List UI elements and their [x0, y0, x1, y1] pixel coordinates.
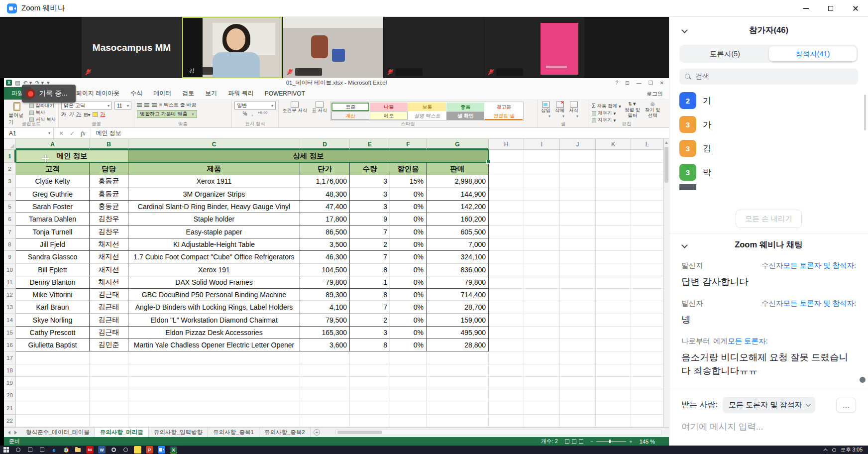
participant-row[interactable]: 3박 — [679, 160, 858, 184]
discount-cell[interactable]: 0% — [390, 251, 427, 263]
quantity-cell[interactable]: 3 — [350, 188, 390, 201]
taskbar-icon-excel[interactable]: X — [170, 446, 177, 454]
customer-cell[interactable]: Clytie Kelty — [16, 175, 90, 188]
cell-style-9[interactable]: 셀 확인 — [446, 112, 484, 120]
sales-cell[interactable]: 142,200 — [427, 201, 489, 213]
spreadsheet-cell[interactable] — [489, 238, 524, 251]
chat-audience-link[interactable]: 모든 토론자 및 참석자: — [783, 261, 856, 269]
font-color-button[interactable]: 가 — [100, 111, 105, 118]
spreadsheet-cell[interactable] — [560, 150, 596, 163]
more-options-button[interactable]: … — [836, 398, 856, 413]
spreadsheet-cell[interactable] — [128, 351, 300, 364]
spreadsheet-cell[interactable] — [631, 339, 663, 351]
spreadsheet-cell[interactable] — [524, 238, 560, 251]
video-tile-room[interactable] — [283, 17, 383, 78]
spreadsheet-cell[interactable] — [560, 389, 596, 402]
find-select-button[interactable]: ◎찾기 및 선택 — [644, 102, 661, 118]
quantity-cell[interactable]: 8 — [350, 263, 390, 276]
maximize-button[interactable] — [818, 0, 843, 17]
spreadsheet-cell[interactable] — [524, 150, 560, 163]
cell-style-10[interactable]: 연결된 셀 — [485, 112, 523, 120]
spreadsheet-cell[interactable] — [489, 213, 524, 226]
spreadsheet-cell[interactable] — [631, 377, 663, 389]
manager-cell[interactable]: 김근태 — [90, 301, 128, 314]
spreadsheet-cell[interactable] — [524, 289, 560, 301]
cell-style-1[interactable]: 표준 — [331, 103, 369, 111]
spreadsheet-cell[interactable] — [524, 389, 560, 402]
spreadsheet-cell[interactable] — [489, 188, 524, 201]
sales-cell[interactable]: 7,000 — [427, 238, 489, 251]
spreadsheet-cell[interactable] — [524, 327, 560, 339]
spreadsheet-cell[interactable] — [16, 415, 90, 427]
align-top-icon[interactable] — [137, 103, 142, 107]
product-cell[interactable]: Easy-staple paper — [128, 226, 300, 238]
spreadsheet-cell[interactable] — [631, 289, 663, 301]
spreadsheet-cell[interactable] — [631, 276, 663, 289]
spreadsheet-cell[interactable] — [390, 377, 427, 389]
spreadsheet-cell[interactable] — [489, 276, 524, 289]
row-number-14[interactable]: 14 — [4, 314, 16, 327]
sales-cell[interactable]: 159,000 — [427, 314, 489, 327]
table-header-cell[interactable]: 할인율 — [390, 163, 427, 175]
spreadsheet-cell[interactable] — [350, 402, 390, 415]
spreadsheet-cell[interactable] — [596, 251, 631, 263]
table-header-cell[interactable]: 제품 — [128, 163, 300, 175]
spreadsheet-cell[interactable] — [524, 339, 560, 351]
spreadsheet-cell[interactable] — [524, 351, 560, 364]
spreadsheet-cell[interactable] — [90, 377, 128, 389]
row-number-6[interactable]: 6 — [4, 213, 16, 226]
quantity-cell[interactable]: 2 — [350, 314, 390, 327]
taskbar-icon-powerpoint[interactable]: P — [146, 446, 153, 454]
spreadsheet-cell[interactable] — [631, 314, 663, 327]
manager-cell[interactable]: 홍동균 — [90, 188, 128, 201]
participant-row[interactable]: 2기 — [679, 89, 858, 113]
row-number-20[interactable]: 20 — [4, 389, 16, 402]
column-header-D[interactable]: D — [300, 139, 350, 150]
row-number-13[interactable]: 13 — [4, 301, 16, 314]
table-header-cell[interactable]: 담당 — [90, 163, 128, 175]
sheet-tab-1[interactable]: 형식준수_데이터_테이블 — [21, 428, 95, 437]
spreadsheet-cell[interactable] — [489, 339, 524, 351]
discount-cell[interactable]: 0% — [390, 327, 427, 339]
customer-cell[interactable]: Jill Fjeld — [16, 238, 90, 251]
spreadsheet-cell[interactable] — [560, 364, 596, 377]
spreadsheet-cell[interactable] — [596, 301, 631, 314]
spreadsheet-cell[interactable] — [300, 364, 350, 377]
manager-cell[interactable]: 김민준 — [90, 339, 128, 351]
sales-cell[interactable]: 79,800 — [427, 276, 489, 289]
spreadsheet-cell[interactable] — [489, 389, 524, 402]
sheet-tab-2[interactable]: 유의사항_머리글 — [95, 428, 149, 437]
font-name-select[interactable]: 맑은 고딕▾ — [61, 102, 112, 110]
product-cell[interactable]: GBC DocuBind P50 Personal Binding Machin… — [128, 289, 300, 301]
spreadsheet-cell[interactable] — [524, 263, 560, 276]
spreadsheet-cell[interactable] — [489, 364, 524, 377]
ribbon-tab-7[interactable]: 검토 — [177, 87, 200, 100]
sales-cell[interactable]: 714,400 — [427, 289, 489, 301]
spreadsheet-cell[interactable] — [350, 351, 390, 364]
sales-cell[interactable]: 836,000 — [427, 263, 489, 276]
cell-style-7[interactable]: 메모 — [370, 112, 408, 120]
collapse-participants-icon[interactable] — [681, 27, 688, 33]
customer-cell[interactable]: Karl Braun — [16, 301, 90, 314]
spreadsheet-cell[interactable] — [489, 201, 524, 213]
spreadsheet-cell[interactable] — [596, 389, 631, 402]
column-header-J[interactable]: J — [560, 139, 596, 150]
spreadsheet-cell[interactable] — [596, 351, 631, 364]
spreadsheet-cell[interactable] — [596, 415, 631, 427]
spreadsheet-cell[interactable] — [350, 364, 390, 377]
spreadsheet-cell[interactable] — [390, 351, 427, 364]
italic-button[interactable]: 가 — [69, 111, 74, 118]
spreadsheet-cell[interactable] — [16, 389, 90, 402]
spreadsheet-cell[interactable] — [489, 327, 524, 339]
taskbar-icon-edge[interactable]: e — [50, 446, 58, 454]
spreadsheet-cell[interactable] — [524, 175, 560, 188]
manager-cell[interactable]: 김근태 — [90, 314, 128, 327]
manager-cell[interactable]: 채지선 — [90, 251, 128, 263]
unit-price-cell[interactable]: 86,500 — [300, 226, 350, 238]
unit-price-cell[interactable]: 48,300 — [300, 188, 350, 201]
close-button[interactable] — [843, 0, 868, 17]
spreadsheet-cell[interactable] — [631, 238, 663, 251]
spreadsheet-cell[interactable] — [128, 377, 300, 389]
row-number-9[interactable]: 9 — [4, 251, 16, 263]
spreadsheet-cell[interactable] — [489, 351, 524, 364]
